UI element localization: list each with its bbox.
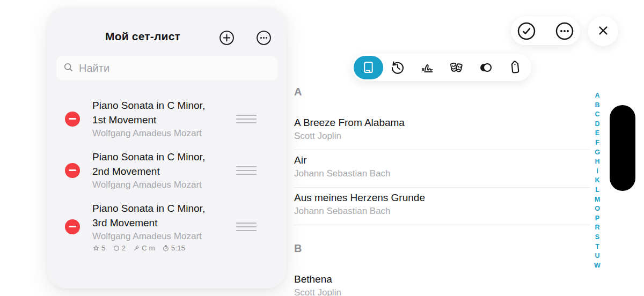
tab-tags[interactable] (500, 54, 530, 81)
action-pill (511, 17, 580, 45)
song-title: Piano Sonata in C Minor, 1st Movement (92, 98, 219, 127)
song-title: Aus meines Herzens Grunde (294, 191, 590, 205)
index-letter[interactable]: P (595, 214, 599, 224)
key-badge: C m (133, 244, 155, 252)
star-icon (92, 245, 100, 252)
duration-badge: 5:15 (162, 244, 185, 252)
remove-song-button[interactable] (65, 219, 80, 234)
library-row[interactable]: A Breeze From Alabama Scott Joplin (294, 113, 590, 150)
setlist-header: Мой сет-лист (47, 23, 287, 53)
close-icon (596, 23, 611, 40)
rating-badge: 5 (92, 244, 106, 252)
section-header: A (294, 86, 590, 99)
key-value: C m (142, 244, 155, 252)
library-row[interactable]: Bethena Scott Joplin (294, 269, 590, 296)
song-artist: Johann Sebastian Bach (294, 167, 590, 180)
rating-value: 5 (101, 244, 106, 252)
index-letter[interactable]: C (595, 110, 599, 120)
song-artist: Wolfgang Amadeus Mozart (92, 127, 219, 139)
song-title: A Breeze From Alabama (294, 116, 590, 130)
camera-cutout (610, 105, 635, 191)
app-screen: Мой сет-лист (0, 0, 644, 296)
song-text: Piano Sonata in C Minor, 1st Movement Wo… (92, 98, 219, 139)
ellipsis-circle-icon (255, 29, 272, 46)
section-header: B (294, 242, 590, 255)
song-artist: Scott Joplin (294, 130, 590, 142)
tab-history[interactable] (383, 54, 413, 81)
check-circle-icon (516, 20, 537, 42)
index-letter[interactable]: R (595, 223, 599, 233)
library-toolbar (352, 54, 531, 81)
setlist-more-button[interactable] (255, 29, 272, 46)
index-letter[interactable]: G (595, 148, 600, 158)
tuning-fork-icon (133, 245, 140, 252)
song-title: Piano Sonata in C Minor, 2nd Movement (92, 150, 219, 179)
library-row[interactable]: Air Johann Sebastian Bach (294, 150, 590, 188)
library-list: A A Breeze From Alabama Scott Joplin Air… (294, 86, 590, 296)
theater-masks-icon (448, 60, 464, 76)
song-title: Bethena (294, 272, 590, 286)
tag-icon (507, 60, 523, 76)
timer-icon (162, 245, 170, 252)
ellipsis-circle-icon (554, 20, 575, 42)
count-value: 2 (122, 244, 126, 252)
setlist-panel: Мой сет-лист (47, 6, 287, 288)
index-letter[interactable]: O (595, 204, 600, 214)
song-meta: 5 2 C m (92, 244, 219, 252)
index-letter[interactable]: B (595, 101, 599, 110)
index-letter[interactable]: U (595, 251, 599, 261)
index-letter[interactable]: W (594, 261, 601, 271)
overlapping-circles-icon (478, 60, 494, 76)
drag-handle[interactable] (236, 113, 257, 125)
setlist-title: Мой сет-лист (47, 30, 238, 43)
index-letter[interactable]: M (595, 195, 600, 205)
confirm-button[interactable] (516, 20, 537, 42)
search-field (56, 56, 277, 80)
circle-icon (113, 245, 120, 252)
song-title: Air (294, 153, 590, 167)
tab-setlists[interactable] (413, 54, 442, 81)
more-options-button[interactable] (554, 20, 575, 42)
song-title: Piano Sonata in C Minor, 3rd Movement (92, 201, 219, 230)
index-letter[interactable]: H (595, 157, 599, 167)
index-letter[interactable]: A (595, 91, 599, 101)
index-letter[interactable]: T (595, 242, 599, 252)
index-letter[interactable]: I (596, 167, 598, 176)
index-letter[interactable]: F (595, 138, 599, 148)
index-letter[interactable]: K (595, 176, 599, 186)
index-letter[interactable]: S (595, 233, 599, 242)
signature-icon (419, 60, 435, 76)
remove-song-button[interactable] (65, 163, 80, 178)
index-letter[interactable]: L (595, 186, 599, 195)
drag-handle[interactable] (236, 164, 257, 177)
setlist-row[interactable]: Piano Sonata in C Minor, 2nd Movement Wo… (65, 150, 257, 191)
song-artist: Johann Sebastian Bach (294, 205, 590, 217)
tab-genres[interactable] (442, 54, 471, 81)
drag-handle[interactable] (236, 220, 257, 233)
add-song-button[interactable] (218, 29, 235, 46)
search-input[interactable] (79, 62, 271, 75)
index-letter[interactable]: E (595, 129, 599, 138)
duration-value: 5:15 (171, 244, 185, 252)
history-icon (390, 60, 406, 76)
library-row[interactable]: Aus meines Herzens Grunde Johann Sebasti… (294, 188, 590, 225)
alphabet-index[interactable]: A B C D E F G H I K L M O P R S T U W (592, 91, 602, 270)
search-icon (63, 62, 74, 75)
tab-transpose[interactable] (471, 54, 501, 81)
setlist-row[interactable]: Piano Sonata in C Minor, 1st Movement Wo… (65, 98, 257, 139)
song-artist: Wolfgang Amadeus Mozart (92, 179, 219, 191)
book-icon (354, 56, 383, 79)
index-letter[interactable]: D (595, 120, 599, 129)
song-text: Piano Sonata in C Minor, 2nd Movement Wo… (92, 150, 219, 191)
remove-song-button[interactable] (65, 112, 80, 127)
plus-circle-icon (218, 29, 235, 46)
song-artist: Wolfgang Amadeus Mozart (92, 230, 219, 242)
song-text: Piano Sonata in C Minor, 3rd Movement Wo… (92, 201, 219, 252)
count-badge: 2 (113, 244, 126, 252)
close-button[interactable] (588, 16, 618, 46)
setlist-row[interactable]: Piano Sonata in C Minor, 3rd Movement Wo… (65, 201, 257, 252)
tab-library[interactable] (354, 54, 383, 81)
song-artist: Scott Joplin (294, 286, 590, 296)
